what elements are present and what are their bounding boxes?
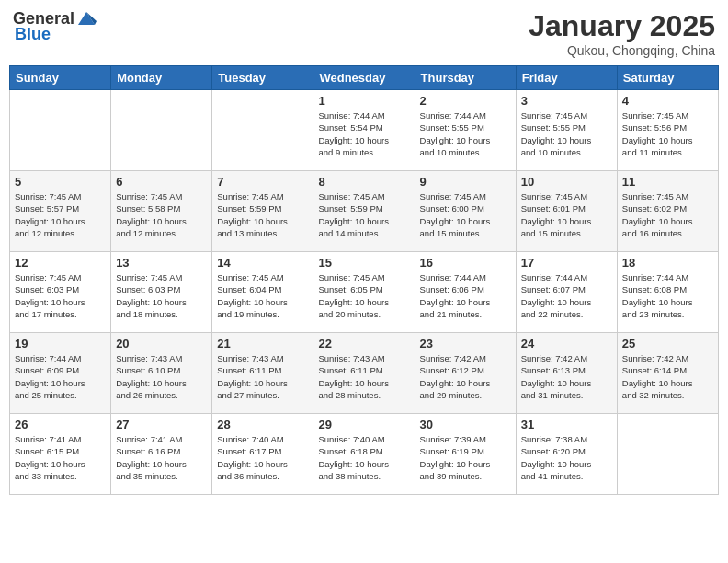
calendar-cell: 7Sunrise: 7:45 AM Sunset: 5:59 PM Daylig… — [212, 171, 313, 252]
calendar-cell: 5Sunrise: 7:45 AM Sunset: 5:57 PM Daylig… — [10, 171, 111, 252]
location: Qukou, Chongqing, China — [529, 43, 715, 58]
day-number: 23 — [420, 337, 511, 350]
calendar-cell: 14Sunrise: 7:45 AM Sunset: 6:04 PM Dayli… — [212, 252, 313, 333]
day-info: Sunrise: 7:42 AM Sunset: 6:13 PM Dayligh… — [521, 352, 612, 401]
calendar-cell — [111, 90, 212, 171]
day-number: 29 — [318, 418, 409, 431]
day-number: 25 — [622, 337, 713, 350]
calendar-cell: 20Sunrise: 7:43 AM Sunset: 6:10 PM Dayli… — [111, 333, 212, 414]
calendar-header-sunday: Sunday — [10, 66, 111, 90]
calendar-cell: 30Sunrise: 7:39 AM Sunset: 6:19 PM Dayli… — [415, 414, 516, 495]
day-info: Sunrise: 7:45 AM Sunset: 5:58 PM Dayligh… — [116, 190, 207, 239]
logo-blue: Blue — [15, 25, 51, 44]
calendar-cell: 28Sunrise: 7:40 AM Sunset: 6:17 PM Dayli… — [212, 414, 313, 495]
day-number: 4 — [622, 94, 713, 108]
day-info: Sunrise: 7:44 AM Sunset: 6:07 PM Dayligh… — [521, 271, 612, 320]
day-info: Sunrise: 7:41 AM Sunset: 6:15 PM Dayligh… — [15, 433, 106, 482]
day-info: Sunrise: 7:45 AM Sunset: 6:01 PM Dayligh… — [521, 190, 612, 239]
calendar-header-saturday: Saturday — [617, 66, 718, 90]
calendar-header-wednesday: Wednesday — [313, 66, 415, 90]
day-number: 2 — [420, 94, 511, 108]
calendar-cell: 26Sunrise: 7:41 AM Sunset: 6:15 PM Dayli… — [10, 414, 111, 495]
day-info: Sunrise: 7:42 AM Sunset: 6:12 PM Dayligh… — [420, 352, 511, 401]
calendar-cell: 9Sunrise: 7:45 AM Sunset: 6:00 PM Daylig… — [415, 171, 516, 252]
day-info: Sunrise: 7:45 AM Sunset: 6:04 PM Dayligh… — [217, 271, 308, 320]
day-info: Sunrise: 7:45 AM Sunset: 6:05 PM Dayligh… — [318, 271, 409, 320]
calendar-cell: 8Sunrise: 7:45 AM Sunset: 5:59 PM Daylig… — [313, 171, 415, 252]
day-number: 1 — [318, 94, 409, 108]
day-info: Sunrise: 7:45 AM Sunset: 5:56 PM Dayligh… — [622, 109, 713, 158]
day-info: Sunrise: 7:45 AM Sunset: 5:57 PM Dayligh… — [15, 190, 106, 239]
day-info: Sunrise: 7:44 AM Sunset: 6:09 PM Dayligh… — [15, 352, 106, 401]
calendar-cell: 4Sunrise: 7:45 AM Sunset: 5:56 PM Daylig… — [617, 90, 718, 171]
day-number: 24 — [521, 337, 612, 350]
week-row-1: 1Sunrise: 7:44 AM Sunset: 5:54 PM Daylig… — [10, 90, 719, 171]
calendar-cell: 24Sunrise: 7:42 AM Sunset: 6:13 PM Dayli… — [516, 333, 617, 414]
day-info: Sunrise: 7:43 AM Sunset: 6:11 PM Dayligh… — [318, 352, 409, 401]
month-title: January 2025 — [529, 9, 715, 43]
calendar-cell: 16Sunrise: 7:44 AM Sunset: 6:06 PM Dayli… — [415, 252, 516, 333]
day-number: 12 — [15, 256, 106, 270]
week-row-5: 26Sunrise: 7:41 AM Sunset: 6:15 PM Dayli… — [10, 414, 719, 495]
calendar-cell — [212, 90, 313, 171]
day-number: 28 — [217, 418, 308, 431]
day-info: Sunrise: 7:45 AM Sunset: 6:00 PM Dayligh… — [420, 190, 511, 239]
day-number: 3 — [521, 94, 612, 108]
day-number: 18 — [622, 256, 713, 270]
day-number: 8 — [318, 175, 409, 189]
day-number: 9 — [420, 175, 511, 189]
day-info: Sunrise: 7:43 AM Sunset: 6:10 PM Dayligh… — [116, 352, 207, 401]
day-number: 17 — [521, 256, 612, 270]
logo-icon — [76, 8, 97, 29]
calendar-header-friday: Friday — [516, 66, 617, 90]
calendar-cell: 13Sunrise: 7:45 AM Sunset: 6:03 PM Dayli… — [111, 252, 212, 333]
calendar-cell: 19Sunrise: 7:44 AM Sunset: 6:09 PM Dayli… — [10, 333, 111, 414]
week-row-4: 19Sunrise: 7:44 AM Sunset: 6:09 PM Dayli… — [10, 333, 719, 414]
calendar-header-tuesday: Tuesday — [212, 66, 313, 90]
day-number: 13 — [116, 256, 207, 270]
calendar-cell: 27Sunrise: 7:41 AM Sunset: 6:16 PM Dayli… — [111, 414, 212, 495]
day-number: 22 — [318, 337, 409, 350]
day-number: 14 — [217, 256, 308, 270]
logo: General Blue — [13, 9, 97, 44]
calendar-cell: 31Sunrise: 7:38 AM Sunset: 6:20 PM Dayli… — [516, 414, 617, 495]
day-info: Sunrise: 7:45 AM Sunset: 6:02 PM Dayligh… — [622, 190, 713, 239]
day-number: 31 — [521, 418, 612, 431]
day-number: 16 — [420, 256, 511, 270]
day-info: Sunrise: 7:39 AM Sunset: 6:19 PM Dayligh… — [420, 433, 511, 482]
week-row-2: 5Sunrise: 7:45 AM Sunset: 5:57 PM Daylig… — [10, 171, 719, 252]
calendar-cell: 3Sunrise: 7:45 AM Sunset: 5:55 PM Daylig… — [516, 90, 617, 171]
day-info: Sunrise: 7:42 AM Sunset: 6:14 PM Dayligh… — [622, 352, 713, 401]
calendar-cell: 18Sunrise: 7:44 AM Sunset: 6:08 PM Dayli… — [617, 252, 718, 333]
day-info: Sunrise: 7:45 AM Sunset: 5:59 PM Dayligh… — [217, 190, 308, 239]
day-info: Sunrise: 7:45 AM Sunset: 6:03 PM Dayligh… — [116, 271, 207, 320]
calendar-cell: 29Sunrise: 7:40 AM Sunset: 6:18 PM Dayli… — [313, 414, 415, 495]
week-row-3: 12Sunrise: 7:45 AM Sunset: 6:03 PM Dayli… — [10, 252, 719, 333]
calendar-cell: 11Sunrise: 7:45 AM Sunset: 6:02 PM Dayli… — [617, 171, 718, 252]
calendar-cell: 6Sunrise: 7:45 AM Sunset: 5:58 PM Daylig… — [111, 171, 212, 252]
day-number: 27 — [116, 418, 207, 431]
day-number: 20 — [116, 337, 207, 350]
calendar-cell: 12Sunrise: 7:45 AM Sunset: 6:03 PM Dayli… — [10, 252, 111, 333]
calendar-cell: 10Sunrise: 7:45 AM Sunset: 6:01 PM Dayli… — [516, 171, 617, 252]
day-number: 15 — [318, 256, 409, 270]
day-info: Sunrise: 7:38 AM Sunset: 6:20 PM Dayligh… — [521, 433, 612, 482]
day-info: Sunrise: 7:40 AM Sunset: 6:17 PM Dayligh… — [217, 433, 308, 482]
day-number: 21 — [217, 337, 308, 350]
calendar-header-thursday: Thursday — [415, 66, 516, 90]
calendar-cell: 1Sunrise: 7:44 AM Sunset: 5:54 PM Daylig… — [313, 90, 415, 171]
day-number: 11 — [622, 175, 713, 189]
day-info: Sunrise: 7:43 AM Sunset: 6:11 PM Dayligh… — [217, 352, 308, 401]
calendar-cell — [10, 90, 111, 171]
day-info: Sunrise: 7:45 AM Sunset: 5:55 PM Dayligh… — [521, 109, 612, 158]
day-info: Sunrise: 7:44 AM Sunset: 6:08 PM Dayligh… — [622, 271, 713, 320]
day-number: 19 — [15, 337, 106, 350]
day-number: 5 — [15, 175, 106, 189]
day-number: 7 — [217, 175, 308, 189]
calendar-cell: 22Sunrise: 7:43 AM Sunset: 6:11 PM Dayli… — [313, 333, 415, 414]
title-section: January 2025 Qukou, Chongqing, China — [529, 9, 715, 58]
calendar-cell: 21Sunrise: 7:43 AM Sunset: 6:11 PM Dayli… — [212, 333, 313, 414]
calendar-table: SundayMondayTuesdayWednesdayThursdayFrid… — [9, 65, 719, 495]
day-number: 30 — [420, 418, 511, 431]
calendar-cell: 15Sunrise: 7:45 AM Sunset: 6:05 PM Dayli… — [313, 252, 415, 333]
